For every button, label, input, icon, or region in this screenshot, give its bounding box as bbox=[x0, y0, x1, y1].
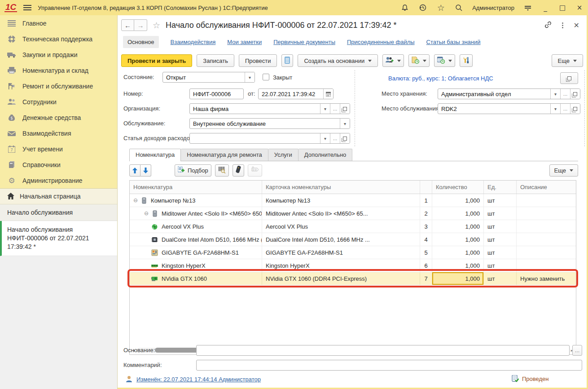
service-place-input[interactable]: RDK2 ▾ … bbox=[438, 103, 580, 114]
tab-attached-files[interactable]: Присоединенные файлы bbox=[347, 39, 415, 45]
search-icon[interactable] bbox=[454, 3, 463, 12]
open-currency-button[interactable] bbox=[560, 72, 578, 84]
chevron-down-icon[interactable]: ▾ bbox=[550, 89, 560, 99]
table-row-highlighted[interactable]: NVidia GTX 1060 NVidia GTX 1060 (DDR4 PC… bbox=[130, 272, 576, 285]
sidebar-item-employees[interactable]: Сотрудники bbox=[0, 94, 117, 110]
chevron-down-icon[interactable]: ▾ bbox=[340, 119, 350, 128]
service-menu-icon[interactable] bbox=[523, 3, 532, 12]
tab-nomenclature[interactable]: Номенклатура bbox=[129, 149, 181, 161]
close-form-icon[interactable]: ✕ bbox=[574, 21, 579, 30]
tab-knowledge-base[interactable]: Статьи базы знаний bbox=[426, 39, 481, 45]
tab-primary-docs[interactable]: Первичные документы bbox=[273, 39, 335, 45]
sidebar-item-purchases[interactable]: Закупки и продажи bbox=[0, 47, 117, 62]
comment-input[interactable] bbox=[196, 360, 582, 371]
back-button[interactable]: ← bbox=[121, 19, 134, 31]
storage-input[interactable]: Административный отдел ▾ … bbox=[438, 88, 580, 99]
move-down-button[interactable] bbox=[140, 164, 151, 177]
open-item-icon[interactable] bbox=[570, 89, 580, 99]
barcode-search-button[interactable] bbox=[215, 164, 229, 177]
home-icon bbox=[7, 193, 14, 200]
open-item-icon[interactable] bbox=[340, 104, 350, 114]
currency-link[interactable]: Валюта: руб., курс: 1; Облагается НДС bbox=[388, 75, 493, 82]
date-input[interactable]: 22.07.2021 17:39:42 bbox=[258, 88, 333, 99]
tools-button[interactable] bbox=[460, 54, 473, 67]
collapse-expander-icon[interactable]: ⊖ bbox=[133, 197, 138, 203]
history-icon[interactable] bbox=[418, 3, 427, 12]
collapse-expander-icon[interactable]: ⊖ bbox=[144, 210, 149, 217]
ellipsis-choose-icon[interactable]: … bbox=[560, 104, 570, 114]
open-item-icon[interactable] bbox=[570, 104, 580, 114]
table-more-button[interactable]: Еще bbox=[549, 164, 578, 177]
calendar-picker-icon[interactable] bbox=[323, 89, 333, 99]
modified-link[interactable]: Изменён: 22.07.2021 17:44:14 Администрат… bbox=[136, 376, 261, 383]
tab-services[interactable]: Услуги bbox=[268, 149, 298, 161]
tab-my-notes[interactable]: Мои заметки bbox=[227, 39, 262, 45]
closed-checkbox[interactable] bbox=[263, 74, 269, 80]
ellipsis-choose-icon[interactable]: … bbox=[330, 104, 340, 114]
document-timer-button[interactable] bbox=[408, 54, 430, 67]
table-row[interactable]: Aercool VX Plus Aercool VX Plus 3 1,000 … bbox=[130, 220, 576, 233]
sidebar-item-time[interactable]: 7 Учет времени bbox=[0, 141, 117, 157]
show-movements-button[interactable] bbox=[281, 54, 293, 67]
move-up-button[interactable] bbox=[129, 164, 140, 177]
price-tag-button[interactable]: 0-9 bbox=[248, 164, 262, 177]
tab-additional[interactable]: Дополнительно bbox=[298, 149, 353, 161]
post-button[interactable]: Провести bbox=[239, 54, 277, 67]
selected-quantity-cell[interactable]: 1,000 bbox=[432, 272, 484, 285]
maximize-icon[interactable]: □ bbox=[558, 4, 566, 12]
table-row[interactable]: ⊖ Компьютер №13 Компьютер №13 1 1,000 шт bbox=[130, 194, 576, 207]
more-actions-kebab-icon[interactable] bbox=[562, 22, 564, 29]
service-select[interactable]: Внутреннее обслуживание ▾ bbox=[189, 118, 350, 129]
post-and-close-button[interactable]: Провести и закрыть bbox=[121, 54, 192, 67]
more-button[interactable]: Еще bbox=[552, 54, 583, 67]
sidebar-item-administration[interactable]: ⚙ Администрирование bbox=[0, 172, 117, 188]
create-based-on-button[interactable]: Создать на основании bbox=[298, 54, 378, 67]
table-row[interactable]: DualCore Intel Atom D510, 1666 MHz (10 x… bbox=[130, 233, 576, 246]
sidebar-item-support[interactable]: Техническая поддержка bbox=[0, 31, 117, 47]
state-select[interactable]: Открыт ▾ bbox=[162, 72, 255, 83]
table-row[interactable]: GIGABYTE GA-F2A68HM-S1 GIGABYTE GA-F2A68… bbox=[130, 246, 576, 259]
main-menu-hamburger-icon[interactable] bbox=[23, 5, 31, 10]
write-button[interactable]: Записать bbox=[197, 54, 234, 67]
sidebar-home-page[interactable]: Начальная страница bbox=[0, 188, 117, 204]
pick-button[interactable]: Подбор bbox=[175, 164, 211, 177]
tab-main[interactable]: Основное bbox=[123, 36, 159, 48]
barcode-scanner-button[interactable] bbox=[233, 164, 244, 177]
number-input[interactable]: НФИТ-000006 bbox=[189, 88, 244, 99]
income-item-input[interactable]: ▾ … bbox=[189, 133, 350, 144]
table-row[interactable]: ⊖ Miditower Antec <Solo II> <M650> 650W … bbox=[130, 207, 576, 220]
sidebar-item-catalogs[interactable]: Справочники bbox=[0, 157, 117, 172]
form-splitter[interactable] bbox=[355, 70, 355, 146]
ellipsis-choose-icon[interactable]: … bbox=[560, 89, 570, 99]
forward-button[interactable]: → bbox=[134, 19, 147, 31]
basis-input[interactable] bbox=[196, 345, 570, 356]
add-user-task-button[interactable] bbox=[382, 54, 404, 67]
chevron-down-icon[interactable]: ▾ bbox=[550, 104, 560, 114]
minimize-icon[interactable]: _ bbox=[541, 4, 549, 12]
sidebar-item-money[interactable]: $ Денежные средства bbox=[0, 110, 117, 125]
basis-choose-button[interactable]: … bbox=[572, 345, 582, 356]
sidebar-item-repair[interactable]: Ремонт и обслуживание bbox=[0, 78, 117, 94]
current-user[interactable]: Администратор bbox=[472, 4, 514, 11]
sidebar-open-tab[interactable]: Начало обслуживания bbox=[0, 204, 117, 221]
close-icon[interactable]: × bbox=[575, 4, 584, 12]
chevron-down-icon[interactable]: ▾ bbox=[320, 104, 330, 114]
bell-icon[interactable] bbox=[400, 3, 409, 12]
tab-nomenclature-repair[interactable]: Номенклатура для ремонта bbox=[181, 149, 268, 161]
ellipsis-choose-icon[interactable]: … bbox=[330, 133, 340, 143]
sidebar-item-interactions[interactable]: Взаимодействия bbox=[0, 125, 117, 141]
table-row[interactable]: Kingston HyperX Kingston HyperX 6 1,000 … bbox=[130, 259, 576, 272]
favorite-star-icon[interactable]: ☆ bbox=[153, 20, 160, 31]
table-timer-button[interactable] bbox=[434, 54, 455, 67]
form-right-splitter[interactable] bbox=[584, 70, 585, 146]
sidebar-item-warehouse[interactable]: Номенклатура и склад bbox=[0, 62, 117, 78]
sidebar-item-main[interactable]: Главное bbox=[0, 15, 117, 31]
get-link-icon[interactable] bbox=[544, 21, 552, 30]
sidebar-active-tab[interactable]: Начало обслуживания НФИТ-000006 от 22.07… bbox=[0, 221, 117, 256]
organization-input[interactable]: Наша фирма ▾ … bbox=[189, 103, 350, 114]
open-item-icon[interactable] bbox=[340, 133, 350, 143]
tab-interactions[interactable]: Взаимодействия bbox=[171, 39, 216, 45]
chevron-down-icon[interactable]: ▾ bbox=[320, 133, 330, 143]
favorites-star-icon[interactable]: ☆ bbox=[436, 3, 445, 12]
chevron-down-icon[interactable]: ▾ bbox=[245, 72, 255, 82]
